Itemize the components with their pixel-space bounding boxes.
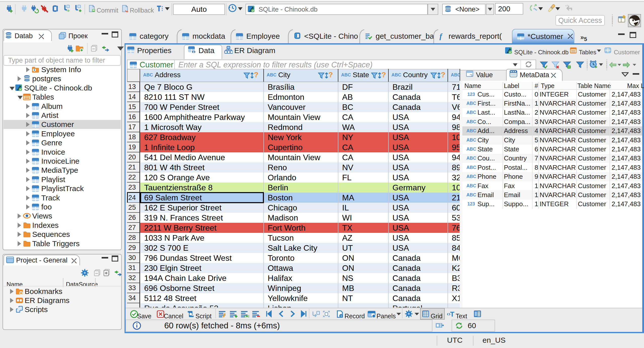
svg-text:T: T bbox=[450, 310, 454, 318]
